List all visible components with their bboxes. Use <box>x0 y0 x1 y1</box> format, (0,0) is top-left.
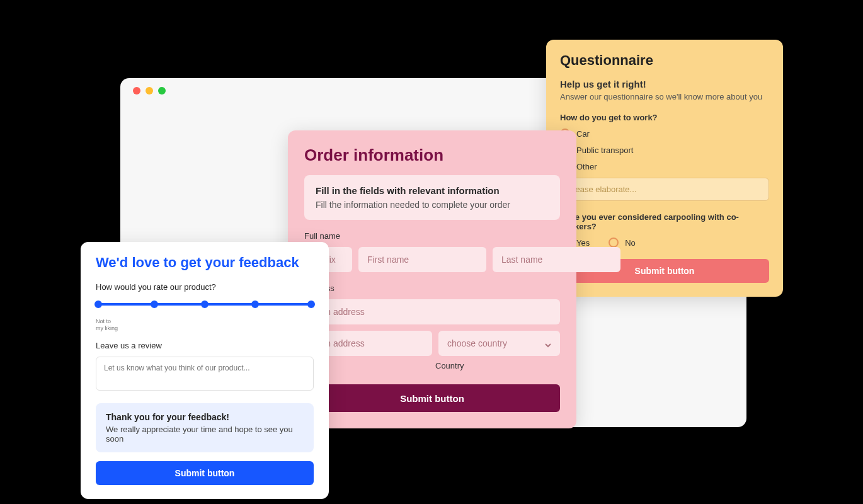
country-sublabel: Country <box>435 361 560 370</box>
lastname-input[interactable] <box>493 247 620 272</box>
radio-option-other[interactable]: Other <box>560 161 769 171</box>
order-title: Order information <box>304 146 560 165</box>
order-info-text: Fill the information needed to complete … <box>316 200 549 210</box>
slider-stop[interactable] <box>201 301 209 308</box>
country-placeholder: choose country <box>447 338 507 348</box>
rating-slider[interactable] <box>96 298 314 317</box>
rating-question: How would you rate our product? <box>96 282 314 292</box>
radio-label-no: No <box>625 238 636 248</box>
radio-option-no[interactable]: No <box>609 238 636 248</box>
radio-option-public[interactable]: Public transport <box>560 145 769 155</box>
country-select[interactable]: choose country <box>438 331 560 356</box>
feedback-form: We'd love to get your feedback How would… <box>81 242 329 499</box>
radio-label-public: Public transport <box>576 146 633 155</box>
submit-button[interactable]: Submit button <box>304 384 560 412</box>
elaborate-input[interactable] <box>560 178 769 201</box>
question-carpool: Have you ever considered carpooling with… <box>560 212 769 231</box>
review-textarea[interactable] <box>96 357 314 391</box>
chevron-down-icon <box>545 340 551 346</box>
questionnaire-title: Questionnaire <box>560 52 769 69</box>
question-commute: How do you get to work? <box>560 113 769 122</box>
radio-label-car: Car <box>576 129 590 139</box>
submit-button[interactable]: Submit button <box>96 461 314 485</box>
maximize-window-icon[interactable] <box>158 87 166 94</box>
address-label: Address <box>304 284 560 293</box>
slider-stop[interactable] <box>251 301 259 308</box>
order-info-box: Fill in the fields with relevant informa… <box>304 175 560 220</box>
close-window-icon[interactable] <box>133 87 140 94</box>
radio-option-car[interactable]: Car <box>560 129 769 139</box>
slider-stop[interactable] <box>94 301 102 308</box>
slider-low-label: Not to my liking <box>96 318 314 332</box>
fullname-label: Full name <box>304 231 560 241</box>
thank-you-box: Thank you for your feedback! We really a… <box>96 403 314 452</box>
review-label: Leave us a review <box>96 341 314 350</box>
questionnaire-description: Answer our questionnaire so we'll know m… <box>560 92 769 101</box>
slider-stop[interactable] <box>307 301 315 308</box>
thank-you-text: We really appreciate your time and hope … <box>106 425 304 444</box>
order-info-title: Fill in the fields with relevant informa… <box>316 185 549 196</box>
address-input[interactable] <box>304 299 560 324</box>
minimize-window-icon[interactable] <box>146 87 153 94</box>
radio-label-other: Other <box>576 162 597 171</box>
slider-stop[interactable] <box>151 301 158 308</box>
radio-label-yes: Yes <box>576 238 590 248</box>
radio-icon <box>609 238 619 248</box>
feedback-title: We'd love to get your feedback <box>96 255 314 271</box>
thank-you-title: Thank you for your feedback! <box>106 412 304 422</box>
order-form: Order information Fill in the fields wit… <box>288 130 576 428</box>
firstname-input[interactable] <box>358 247 486 272</box>
questionnaire-subtitle: Help us get it right! <box>560 79 769 89</box>
